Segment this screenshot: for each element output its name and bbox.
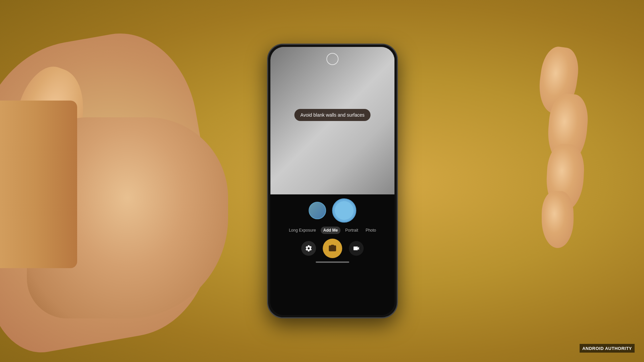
- thumbnail-preview[interactable]: [309, 202, 326, 219]
- capture-photo-button[interactable]: [323, 239, 342, 258]
- watermark: ANDROID AUTHORITY: [580, 344, 635, 353]
- shutter-button[interactable]: [332, 198, 356, 223]
- video-mode-button[interactable]: [349, 241, 364, 256]
- hint-tooltip: Avoid blank walls and surfaces: [294, 109, 371, 121]
- phone: Avoid blank walls and surfaces Long Expo…: [267, 44, 398, 318]
- hint-text: Avoid blank walls and surfaces: [301, 112, 365, 118]
- video-icon: [353, 245, 360, 252]
- settings-button[interactable]: [301, 241, 316, 256]
- skin-left: [0, 101, 77, 268]
- home-indicator[interactable]: [316, 261, 349, 263]
- watermark-box: ANDROID AUTHORITY: [580, 344, 635, 353]
- watermark-text: ANDROID AUTHORITY: [582, 346, 632, 351]
- shutter-row: [270, 198, 394, 223]
- viewfinder: Avoid blank walls and surfaces: [270, 47, 394, 194]
- mode-labels-row: Long Exposure Add Me Portrait Photo: [270, 227, 394, 234]
- mode-add-me[interactable]: Add Me: [321, 227, 340, 234]
- gear-icon: [305, 245, 312, 252]
- finger-4: [542, 191, 574, 248]
- camera-controls: Long Exposure Add Me Portrait Photo: [270, 194, 394, 315]
- action-row: [270, 239, 394, 258]
- mode-long-exposure[interactable]: Long Exposure: [286, 227, 319, 234]
- mode-photo[interactable]: Photo: [363, 227, 379, 234]
- camera-icon: [328, 244, 337, 253]
- focus-circle: [326, 53, 338, 65]
- mode-portrait[interactable]: Portrait: [342, 227, 361, 234]
- phone-screen: Avoid blank walls and surfaces Long Expo…: [270, 47, 394, 315]
